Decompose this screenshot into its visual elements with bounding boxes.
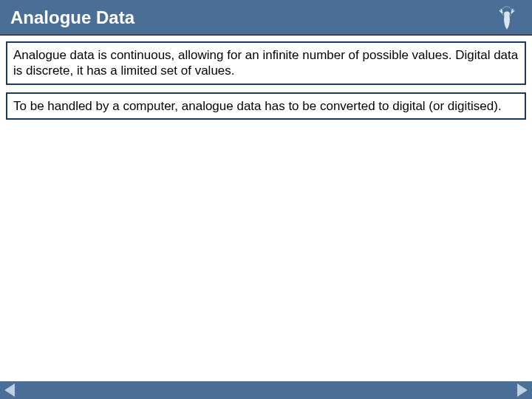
deer-logo-icon [492,3,522,33]
slide-title: Analogue Data [10,7,134,28]
prev-slide-button[interactable] [4,383,15,397]
slide-header: Analogue Data [0,0,532,35]
info-box: To be handled by a computer, analogue da… [6,92,526,120]
info-box: Analogue data is continuous, allowing fo… [6,41,526,85]
svg-point-1 [504,11,510,16]
next-slide-button[interactable] [517,383,528,397]
footer-bar [0,381,532,399]
slide-content: Analogue data is continuous, allowing fo… [0,35,532,120]
